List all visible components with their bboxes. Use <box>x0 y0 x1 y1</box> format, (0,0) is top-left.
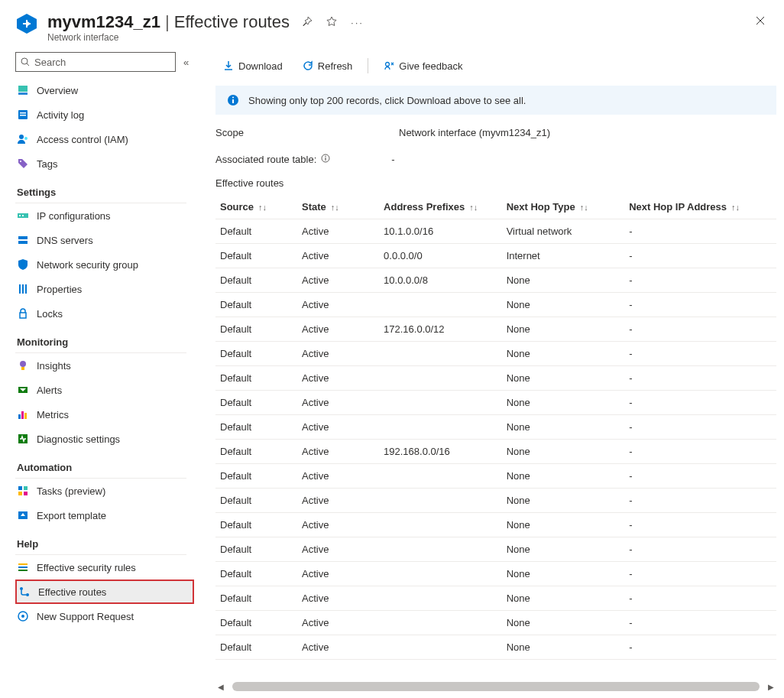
favorite-button[interactable] <box>323 13 340 32</box>
cell-source: Default <box>215 268 297 293</box>
sidebar-item-access-control[interactable]: Access control (IAM) <box>15 127 202 151</box>
cell-nhip: - <box>624 293 772 317</box>
close-button[interactable] <box>752 12 769 32</box>
cell-us: - <box>772 562 776 586</box>
table-row[interactable]: DefaultActiveNone-- <box>215 391 776 415</box>
sidebar-item-label: Metrics <box>37 409 69 420</box>
search-placeholder: Search <box>34 57 66 68</box>
column-header-next-hop-ip[interactable]: Next Hop IP Address↑↓ <box>624 195 772 219</box>
table-row[interactable]: DefaultActiveNone-- <box>215 464 776 489</box>
sidebar-item-metrics[interactable]: Metrics <box>15 402 202 427</box>
scroll-left-arrow-icon: ◀ <box>217 683 225 691</box>
scroll-thumb[interactable] <box>232 682 760 691</box>
table-row[interactable]: DefaultActiveNone-- <box>215 537 776 562</box>
table-row[interactable]: DefaultActiveNone-- <box>215 635 776 660</box>
column-header-next-hop-type[interactable]: Next Hop Type↑↓ <box>502 195 625 219</box>
cell-nht: Virtual network <box>502 219 625 244</box>
cell-state: Active <box>297 537 379 562</box>
feedback-button[interactable]: Give feedback <box>376 57 470 75</box>
table-row[interactable]: DefaultActiveNone-- <box>215 415 776 440</box>
sidebar-item-alerts[interactable]: Alerts <box>15 378 202 402</box>
svg-point-11 <box>20 161 21 162</box>
export-template-icon <box>17 509 29 521</box>
table-row[interactable]: DefaultActiveNone-- <box>215 586 776 611</box>
cell-nhip: - <box>624 537 772 562</box>
column-header-state[interactable]: State↑↓ <box>297 195 379 219</box>
cell-source: Default <box>215 586 297 611</box>
sidebar-search[interactable]: Search <box>15 52 176 72</box>
sidebar-item-tags[interactable]: Tags <box>15 151 202 176</box>
sidebar-item-overview[interactable]: Overview <box>15 78 202 102</box>
cell-prefixes <box>379 611 502 635</box>
sidebar-item-ip-configurations[interactable]: IP configurations <box>15 203 202 228</box>
cell-state: Active <box>297 366 379 391</box>
command-bar: Download Refresh Give feedback <box>215 52 776 80</box>
svg-rect-26 <box>21 411 24 419</box>
cell-nhip: - <box>624 464 772 489</box>
sidebar-item-effective-security-rules[interactable]: Effective security rules <box>15 555 202 580</box>
sidebar-item-dns-servers[interactable]: DNS servers <box>15 228 202 252</box>
sidebar-item-effective-routes[interactable]: Effective routes <box>15 580 194 604</box>
sort-icon: ↑↓ <box>258 203 267 212</box>
pin-button[interactable] <box>299 13 316 32</box>
table-row[interactable]: DefaultActive0.0.0.0/0Internet-- <box>215 244 776 268</box>
table-row[interactable]: DefaultActive172.16.0.0/12None-- <box>215 317 776 342</box>
svg-rect-8 <box>20 115 26 116</box>
table-row[interactable]: DefaultActiveNone-- <box>215 489 776 513</box>
cell-state: Active <box>297 489 379 513</box>
cell-source: Default <box>215 293 297 317</box>
column-header-source[interactable]: Source↑↓ <box>215 195 297 219</box>
table-row[interactable]: DefaultActiveNone-- <box>215 342 776 366</box>
svg-point-45 <box>232 97 234 99</box>
refresh-button[interactable]: Refresh <box>295 57 361 75</box>
table-row[interactable]: DefaultActive10.1.0.0/16Virtual network-… <box>215 219 776 244</box>
cell-state: Active <box>297 562 379 586</box>
sidebar-item-activity-log[interactable]: Activity log <box>15 102 202 127</box>
cell-nhip: - <box>624 268 772 293</box>
cell-us: - <box>772 415 776 440</box>
sidebar-item-locks[interactable]: Locks <box>15 301 202 326</box>
collapse-sidebar-button[interactable]: « <box>182 55 190 70</box>
cell-source: Default <box>215 391 297 415</box>
shield-icon <box>17 258 29 271</box>
sidebar-item-diagnostic-settings[interactable]: Diagnostic settings <box>15 427 202 451</box>
table-row[interactable]: DefaultActive192.168.0.0/16None-- <box>215 440 776 464</box>
sidebar-item-nsg[interactable]: Network security group <box>15 252 202 277</box>
cell-us: - <box>772 244 776 268</box>
sort-icon: ↑↓ <box>469 203 478 212</box>
cell-prefixes: 0.0.0.0/0 <box>379 244 502 268</box>
table-row[interactable]: DefaultActiveNone-- <box>215 562 776 586</box>
horizontal-scrollbar[interactable]: ◀ ▶ <box>215 681 776 692</box>
svg-rect-30 <box>24 486 28 490</box>
metrics-icon <box>17 408 29 420</box>
sidebar-item-insights[interactable]: Insights <box>15 353 202 378</box>
cell-nhip: - <box>624 635 772 660</box>
column-header-us[interactable]: Us <box>772 195 776 219</box>
cell-nht: None <box>502 537 625 562</box>
table-row[interactable]: DefaultActiveNone-- <box>215 513 776 537</box>
more-button[interactable]: ··· <box>348 14 367 31</box>
svg-rect-27 <box>24 413 27 419</box>
cell-us: - <box>772 268 776 293</box>
column-header-address-prefixes[interactable]: Address Prefixes↑↓ <box>379 195 502 219</box>
cell-nhip: - <box>624 366 772 391</box>
scroll-right-arrow-icon: ▶ <box>767 683 775 691</box>
sidebar-item-new-support-request[interactable]: New Support Request <box>15 604 202 628</box>
resource-name: myvm1234_z1 <box>47 12 160 32</box>
table-row[interactable]: DefaultActiveNone-- <box>215 293 776 317</box>
table-row[interactable]: DefaultActiveNone-- <box>215 366 776 391</box>
sidebar-item-export-template[interactable]: Export template <box>15 503 202 528</box>
sidebar-item-label: Tags <box>37 158 57 170</box>
cell-prefixes <box>379 562 502 586</box>
svg-point-9 <box>19 135 24 139</box>
sidebar-item-properties[interactable]: Properties <box>15 277 202 301</box>
table-row[interactable]: DefaultActive10.0.0.0/8None-- <box>215 268 776 293</box>
sidebar-item-tasks[interactable]: Tasks (preview) <box>15 479 202 503</box>
cell-nhip: - <box>624 440 772 464</box>
info-hint-icon[interactable] <box>321 154 330 165</box>
table-row[interactable]: DefaultActiveNone-- <box>215 611 776 635</box>
download-button[interactable]: Download <box>215 57 290 75</box>
cell-source: Default <box>215 611 297 635</box>
sort-icon: ↑↓ <box>331 203 339 212</box>
ip-config-icon <box>17 209 29 222</box>
